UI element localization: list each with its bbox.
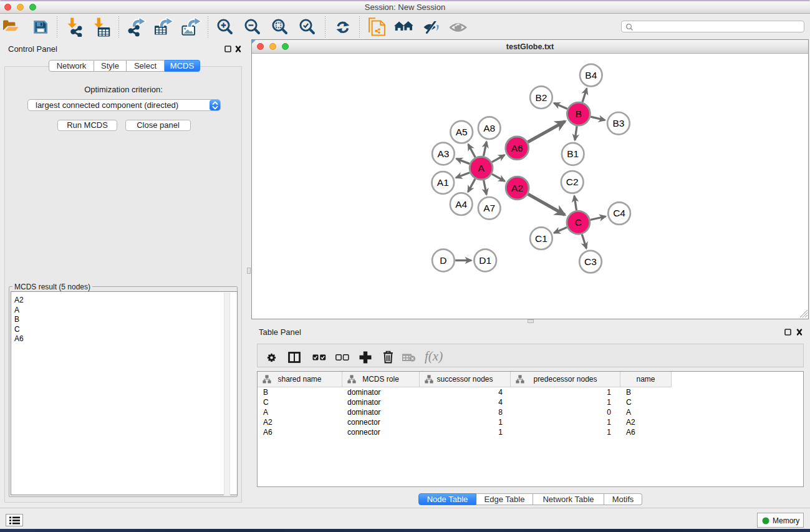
svg-text:C4: C4	[613, 208, 625, 218]
svg-text:A7: A7	[483, 203, 495, 213]
svg-text:A4: A4	[455, 199, 467, 210]
svg-text:C: C	[575, 217, 582, 228]
svg-text:A5: A5	[456, 127, 468, 137]
svg-text:A: A	[478, 163, 485, 173]
svg-text:B4: B4	[585, 70, 597, 80]
svg-text:C3: C3	[584, 256, 597, 267]
svg-text:D1: D1	[479, 255, 491, 266]
svg-text:A2: A2	[511, 183, 523, 193]
svg-text:A3: A3	[437, 148, 449, 159]
svg-text:A6: A6	[511, 143, 523, 153]
svg-text:C2: C2	[566, 177, 579, 187]
svg-text:C1: C1	[535, 233, 547, 244]
svg-text:B2: B2	[535, 92, 547, 103]
svg-text:B: B	[576, 109, 582, 119]
svg-text:A8: A8	[483, 123, 495, 133]
svg-text:B3: B3	[612, 118, 624, 128]
svg-text:A1: A1	[437, 177, 449, 188]
svg-text:B1: B1	[567, 148, 579, 159]
svg-text:D: D	[440, 255, 446, 266]
